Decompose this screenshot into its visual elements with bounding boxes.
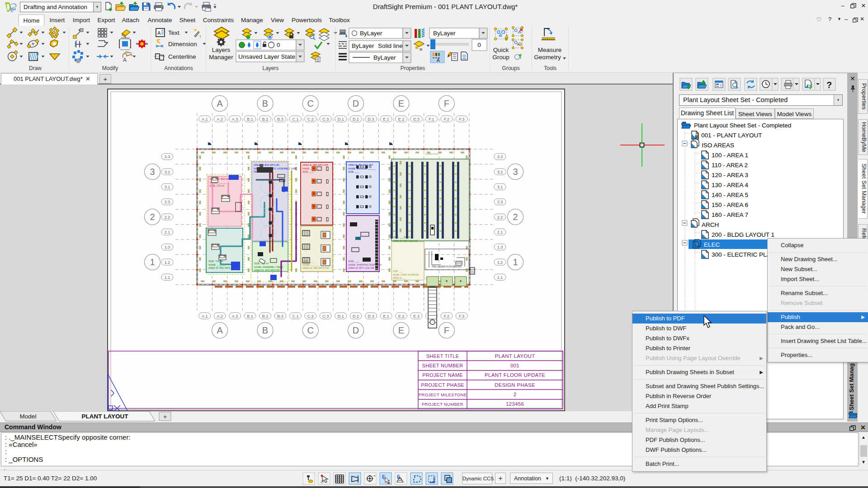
svg-text:E: E [382,474,385,479]
svg-text:1.2: 1.2 [165,260,170,265]
svg-text:A.1: A.1 [202,314,208,319]
svg-text:200 - BLDG LAYOUT 1: 200 - BLDG LAYOUT 1 [712,231,774,238]
svg-text:1: 1 [513,257,518,267]
svg-text:C.3: C.3 [322,117,329,122]
svg-text:C.3: C.3 [322,314,329,319]
svg-text:3.2: 3.2 [165,170,170,174]
svg-text:D: D [353,99,359,108]
svg-text:Plant Layout Sheet Set - Compl: Plant Layout Sheet Set - Completed [694,122,791,129]
svg-text:A: A [123,57,127,63]
svg-text:B.1: B.1 [247,314,253,319]
svg-text:1.1: 1.1 [497,275,503,280]
svg-text:Text: Text [168,29,179,36]
svg-text:3.3: 3.3 [497,155,503,159]
svg-text:C.1: C.1 [292,314,298,319]
svg-text:A: A [217,325,223,335]
svg-text:E.2: E.2 [398,117,405,122]
svg-text:ByLayer: ByLayer [352,42,374,49]
svg-text:B.3: B.3 [277,314,283,319]
svg-text:F: F [444,99,449,108]
svg-text:Geometry: Geometry [534,54,561,61]
svg-text:A.3: A.3 [232,314,238,319]
svg-text:2.2: 2.2 [165,215,170,220]
svg-text:3.1: 3.1 [165,185,170,189]
svg-text:120 - AREA 3: 120 - AREA 3 [712,172,748,178]
svg-text:C.2: C.2 [307,314,314,319]
svg-text:AREA ID: BT7 LGS IN8: AREA ID: BT7 LGS IN8 [348,267,374,269]
svg-text:B: B [262,99,268,108]
svg-text:Quick: Quick [493,47,509,53]
svg-text:B.2: B.2 [262,117,269,122]
svg-text:D: D [353,325,359,335]
svg-text:Solid line: Solid line [378,42,403,49]
svg-text:SHEET NUMBER: SHEET NUMBER [422,363,463,368]
svg-text:B.2: B.2 [262,314,269,319]
svg-text:3.1: 3.1 [497,185,503,189]
svg-text:C: C [307,99,314,108]
svg-text:+: + [163,413,167,420]
svg-text:C.1: C.1 [292,117,298,122]
svg-text:2.2: 2.2 [497,215,503,220]
svg-text:0: 0 [477,42,481,48]
svg-text:D.3: D.3 [368,117,374,122]
svg-text:1.3: 1.3 [165,245,170,249]
svg-text:AREA ID: 4B3 MFG-IN3: AREA ID: 4B3 MFG-IN3 [302,267,329,269]
svg-text:ByLayer: ByLayer [373,54,396,61]
svg-text:AREA ID: BGT LGS IN3: AREA ID: BGT LGS IN3 [393,239,417,242]
svg-text:A: A [157,30,161,36]
svg-text:D.2: D.2 [353,117,359,122]
svg-text:FIBO LADDER PLATFORM M10: FIBO LADDER PLATFORM M10 [432,266,462,268]
svg-text:F.2: F.2 [444,117,449,122]
svg-text:130 - AREA 4: 130 - AREA 4 [712,182,749,188]
svg-text:A.2: A.2 [217,117,223,122]
svg-text:E.3: E.3 [413,117,420,122]
svg-text:E.1: E.1 [383,117,389,122]
svg-text:E.2: E.2 [398,314,405,319]
svg-text:D.2: D.2 [353,314,359,319]
svg-text:NAME: ______: NAME: ______ [302,263,320,266]
svg-text:1.3: 1.3 [497,245,503,249]
svg-text:100 - AREA 1: 100 - AREA 1 [712,152,748,159]
svg-text:AREA ID: B43 MFG-B3: AREA ID: B43 MFG-B3 [254,269,280,272]
svg-text:2.1: 2.1 [165,230,170,235]
svg-text:150 - AREA 6: 150 - AREA 6 [712,202,748,208]
svg-text:0: 0 [277,42,280,48]
svg-text:E.3: E.3 [413,314,420,319]
svg-text:SIZE: ___: SIZE: ___ [348,260,359,263]
svg-text:SIZE: ___: SIZE: ___ [393,270,403,272]
svg-text:NAME: ASSEMBLY FEED: NAME: ASSEMBLY FEED [254,266,283,268]
svg-text:D.1: D.1 [338,117,344,122]
svg-text:B.3: B.3 [277,117,283,122]
svg-text:NAME: MANUAL ______: NAME: MANUAL ______ [348,167,376,170]
svg-text:ByLayer: ByLayer [360,30,382,37]
svg-text:F.3: F.3 [459,117,464,122]
svg-text:ELEC: ELEC [704,241,720,248]
svg-text:D.1: D.1 [338,314,344,319]
svg-text:F.1: F.1 [429,117,434,122]
svg-text:C.2: C.2 [307,117,314,122]
svg-text:3: 3 [150,167,155,177]
svg-text:ARCH: ARCH [702,221,719,228]
svg-text:1.1: 1.1 [165,275,170,280]
svg-text:PROJECT PHASE: PROJECT PHASE [421,382,464,388]
svg-text:DESIGN PHASE: DESIGN PHASE [495,382,535,388]
svg-text:ByLayer: ByLayer [433,30,456,37]
svg-text:F.2: F.2 [444,314,449,319]
svg-text:1: 1 [150,257,155,267]
svg-text:A: A [437,58,440,63]
svg-text:2.1: 2.1 [497,230,503,235]
svg-text:3.3: 3.3 [165,155,170,159]
svg-text:COMPACTOR: COMPACTOR [425,153,439,155]
svg-text:A.1: A.1 [202,117,208,122]
svg-text:E: E [398,325,404,335]
svg-text:123456: 123456 [506,401,524,407]
svg-text:E: E [398,99,404,108]
svg-text:PLANT LAYOUT: PLANT LAYOUT [495,353,535,359]
svg-text:A: A [217,99,223,108]
svg-text:140 - AREA 5: 140 - AREA 5 [712,192,748,198]
svg-text:AREA B: 4B6 MFG-IN5: AREA B: 4B6 MFG-IN5 [302,164,328,166]
svg-text:PROJECT NUMBER: PROJECT NUMBER [422,402,463,407]
svg-text:001 - PLANT LAYOUT: 001 - PLANT LAYOUT [701,132,762,139]
svg-text:Dimension: Dimension [168,41,197,47]
svg-text:E.1: E.1 [383,314,389,319]
